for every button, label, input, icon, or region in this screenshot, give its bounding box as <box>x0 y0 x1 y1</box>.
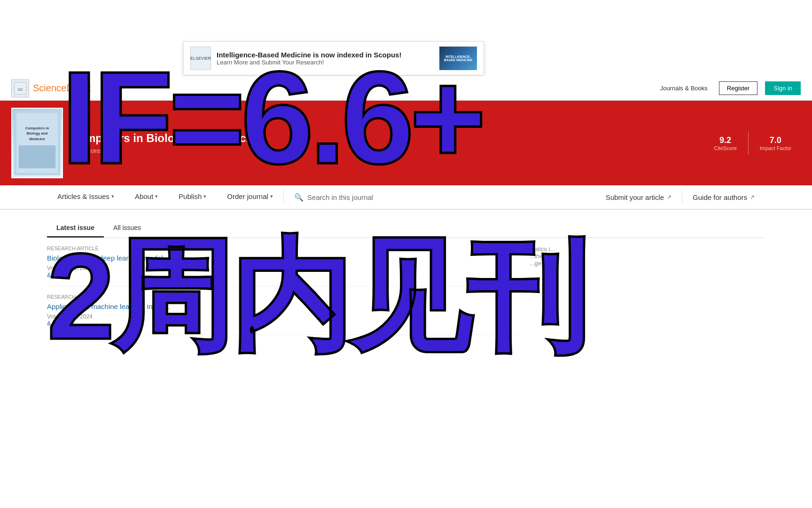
external-link-icon-2: ↗ <box>750 194 755 200</box>
svg-text:Medicine: Medicine <box>29 137 45 141</box>
sd-nav-journals[interactable]: Journals & Books <box>656 83 711 94</box>
nav-search[interactable]: 🔍 Search in this journal <box>284 193 383 202</box>
nav-search-text: Search in this journal <box>307 193 373 201</box>
svg-rect-7 <box>19 145 55 168</box>
register-button[interactable]: Register <box>719 81 757 95</box>
chevron-down-icon: ▾ <box>203 193 206 199</box>
overlay-if-text: IF=6.6+ <box>61 52 482 183</box>
citescore-value: 9.2 <box>714 135 736 145</box>
journal-metrics: 9.2 CiteScore 7.0 Impact Factor <box>714 131 791 155</box>
overlay-weeks-text: 2周内见刊 <box>47 235 585 357</box>
impact-factor-label: Impact Factor <box>760 145 791 151</box>
svg-text:Biology and: Biology and <box>27 131 48 135</box>
svg-text:SD: SD <box>17 87 23 92</box>
metric-citescore: 9.2 CiteScore <box>714 135 736 151</box>
nav-about-label: About <box>135 192 153 200</box>
chevron-down-icon: ▾ <box>155 193 158 199</box>
metric-impact-factor: 7.0 Impact Factor <box>760 135 791 151</box>
nav-submit-label: Submit your article <box>606 193 664 201</box>
nav-order-label: Order journal <box>227 192 268 200</box>
chevron-down-icon: ▾ <box>270 193 273 199</box>
impact-factor-value: 7.0 <box>760 135 791 145</box>
signin-button[interactable]: Sign in <box>765 81 801 95</box>
metric-divider <box>748 131 749 155</box>
sd-nav: Journals & Books <box>656 83 711 94</box>
nav-submit-article[interactable]: Submit your article ↗ <box>595 193 682 201</box>
search-icon: 🔍 <box>294 193 304 202</box>
nav-guide-label: Guide for authors <box>693 193 747 201</box>
svg-text:Computers in: Computers in <box>25 126 49 130</box>
nav-guide-authors[interactable]: Guide for authors ↗ <box>682 193 765 201</box>
external-link-icon: ↗ <box>667 194 671 200</box>
journal-cover-image: Computers in Biology and Medicine <box>11 108 63 178</box>
chevron-down-icon: ▾ <box>111 193 114 199</box>
citescore-label: CiteScore <box>714 145 736 151</box>
sd-logo-image: SD <box>11 79 29 97</box>
nav-articles-issues-label: Articles & Issues <box>57 192 109 200</box>
nav-publish-label: Publish <box>179 192 202 200</box>
